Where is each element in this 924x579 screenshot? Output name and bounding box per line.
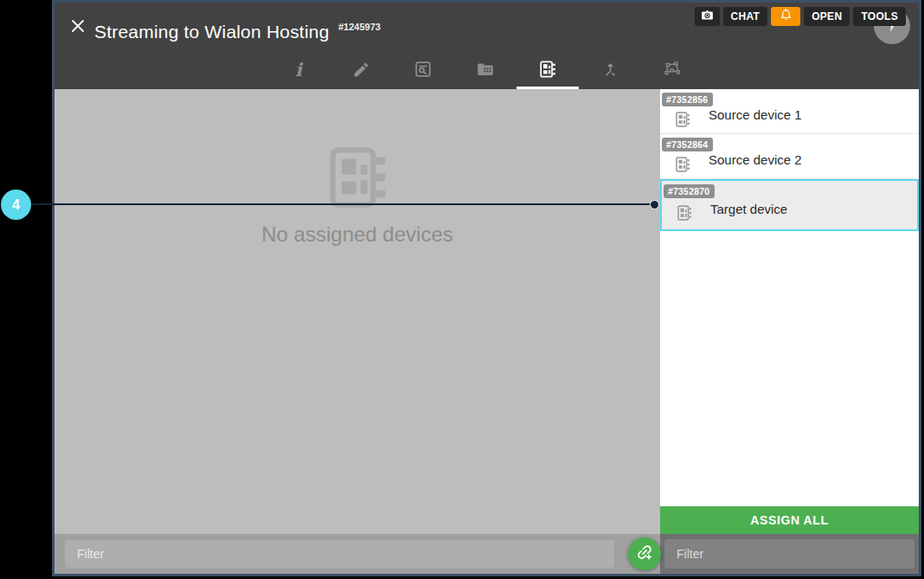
tabbar: i bbox=[55, 49, 919, 89]
topbar-buttons: CHAT OPEN TOOLS bbox=[695, 7, 906, 26]
annotation-step-number: 4 bbox=[12, 197, 20, 213]
device-panel-window: Streaming to Wialon Hosting #1245973 CHA… bbox=[52, 0, 921, 576]
device-name: Source device 2 bbox=[709, 152, 802, 167]
device-chip-icon-large bbox=[321, 143, 394, 216]
page-title: Streaming to Wialon Hosting #1245973 bbox=[94, 22, 381, 42]
info-icon: i bbox=[295, 61, 302, 79]
tab-logs[interactable] bbox=[392, 49, 454, 89]
tabs: i bbox=[267, 49, 703, 89]
chat-button[interactable]: CHAT bbox=[723, 7, 768, 26]
bell-icon bbox=[779, 8, 793, 25]
device-id-badge: #7352864 bbox=[662, 138, 713, 151]
link-plus-icon bbox=[635, 543, 654, 565]
open-button[interactable]: OPEN bbox=[804, 7, 850, 26]
tab-info[interactable]: i bbox=[267, 49, 330, 89]
assigned-devices-area: No assigned devices bbox=[55, 89, 660, 534]
assigned-filter-input[interactable] bbox=[65, 540, 614, 568]
traffic-merge-icon bbox=[601, 61, 619, 79]
device-name: Target device bbox=[710, 202, 787, 216]
tab-devices[interactable] bbox=[517, 49, 579, 89]
available-devices-panel: #7352856 Source device 1 #7352864 Source… bbox=[660, 89, 919, 574]
camera-icon bbox=[700, 8, 715, 25]
folder-grid-icon bbox=[476, 60, 495, 79]
device-chip-icon bbox=[676, 204, 693, 225]
device-chip-icon bbox=[538, 60, 557, 79]
device-chip-icon bbox=[674, 156, 691, 177]
annotation-step-marker: 4 bbox=[1, 190, 31, 220]
empty-state-text: No assigned devices bbox=[261, 222, 452, 247]
device-id-badge: #7352870 bbox=[664, 184, 715, 198]
window-id-badge: #1245973 bbox=[338, 22, 381, 32]
edit-pencil-icon bbox=[352, 61, 370, 79]
device-name: Source device 1 bbox=[709, 107, 802, 122]
titlebar: Streaming to Wialon Hosting #1245973 CHA… bbox=[55, 3, 919, 49]
device-id-badge: #7352856 bbox=[662, 93, 713, 106]
assign-all-button[interactable]: ASSIGN ALL bbox=[660, 506, 919, 534]
device-chip-icon bbox=[674, 111, 691, 132]
tab-plugins[interactable] bbox=[454, 49, 517, 89]
hex-polygon-icon bbox=[663, 60, 682, 79]
tab-edit[interactable] bbox=[330, 49, 392, 89]
assigned-filter-bar bbox=[55, 534, 660, 574]
available-filter-bar bbox=[660, 534, 919, 574]
available-filter-input[interactable] bbox=[664, 539, 914, 569]
window-title: Streaming to Wialon Hosting bbox=[94, 22, 330, 42]
device-row-source-device-1[interactable]: #7352856 Source device 1 bbox=[660, 89, 919, 134]
close-icon[interactable] bbox=[69, 17, 87, 35]
tab-hex[interactable] bbox=[641, 49, 703, 89]
empty-state: No assigned devices bbox=[55, 143, 660, 247]
device-row-target-device[interactable]: #7352870 Target device bbox=[660, 179, 919, 231]
notifications-button[interactable] bbox=[771, 7, 800, 26]
screenshot-button[interactable] bbox=[695, 7, 720, 26]
assign-link-button[interactable] bbox=[628, 537, 661, 570]
device-row-source-device-2[interactable]: #7352864 Source device 2 bbox=[660, 134, 919, 179]
logs-search-icon bbox=[414, 60, 433, 79]
tab-traffic[interactable] bbox=[579, 49, 641, 89]
tools-button[interactable]: TOOLS bbox=[853, 7, 906, 26]
